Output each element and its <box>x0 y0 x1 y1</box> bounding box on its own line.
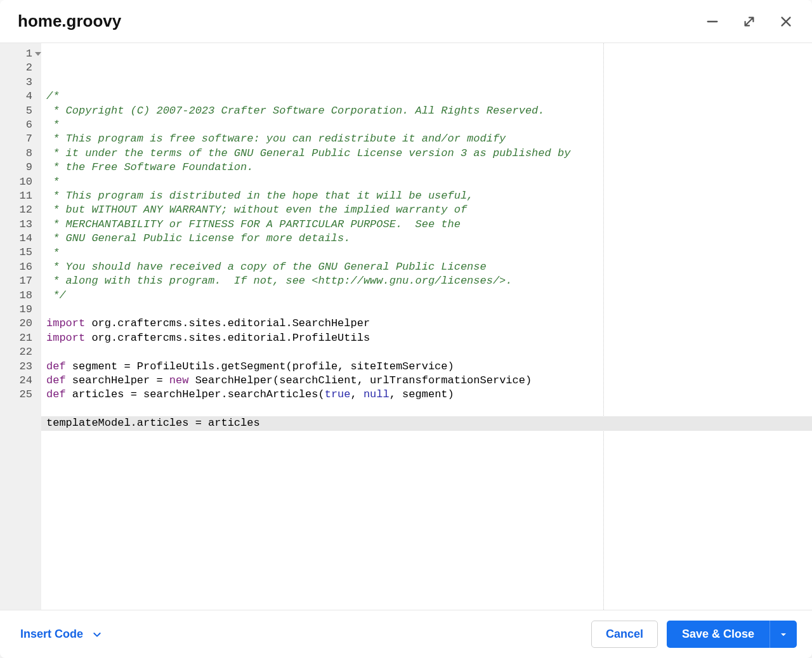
minimize-icon <box>705 15 719 29</box>
save-options-dropdown[interactable] <box>769 621 797 648</box>
line-number: 12 <box>0 203 41 217</box>
line-number: 1 <box>0 47 41 61</box>
close-icon <box>779 15 793 29</box>
code-editor-dialog: home.groovy 1234567891011121314151617181… <box>0 0 812 658</box>
code-line[interactable]: * This program is distributed in the hop… <box>41 189 812 203</box>
line-number: 21 <box>0 331 41 345</box>
code-line[interactable]: /* <box>41 89 812 103</box>
line-number: 17 <box>0 274 41 288</box>
code-line[interactable]: def searchHelper = new SearchHelper(sear… <box>41 374 812 388</box>
line-number: 23 <box>0 360 41 374</box>
close-button[interactable] <box>779 15 793 29</box>
line-number: 19 <box>0 303 41 317</box>
editor: 1234567891011121314151617181920212223242… <box>0 43 812 610</box>
line-number: 8 <box>0 147 41 161</box>
titlebar: home.groovy <box>0 0 812 43</box>
save-split-button: Save & Close <box>667 621 797 648</box>
insert-code-dropdown[interactable]: Insert Code <box>20 628 102 641</box>
code-line[interactable]: import org.craftercms.sites.editorial.Se… <box>41 317 812 331</box>
code-line[interactable]: */ <box>41 289 812 303</box>
code-line[interactable]: * MERCHANTABILITY or FITNESS FOR A PARTI… <box>41 218 812 232</box>
code-line[interactable]: * Copyright (C) 2007-2023 Crafter Softwa… <box>41 104 812 118</box>
code-line[interactable]: * along with this program. If not, see <… <box>41 274 812 288</box>
line-number: 16 <box>0 260 41 274</box>
code-line[interactable] <box>41 402 812 416</box>
expand-icon <box>742 15 756 29</box>
cancel-button[interactable]: Cancel <box>591 621 658 648</box>
chevron-down-icon <box>92 629 102 640</box>
code-line[interactable] <box>41 431 812 445</box>
file-title: home.groovy <box>18 11 121 31</box>
footer-actions: Cancel Save & Close <box>591 621 797 648</box>
code-line[interactable]: * <box>41 175 812 189</box>
code-line[interactable] <box>41 345 812 359</box>
code-line[interactable]: * it under the terms of the GNU General … <box>41 147 812 161</box>
line-number: 24 <box>0 374 41 388</box>
code-line[interactable]: * You should have received a copy of the… <box>41 260 812 274</box>
maximize-button[interactable] <box>742 15 756 29</box>
line-number: 13 <box>0 218 41 232</box>
code-line[interactable]: * This program is free software: you can… <box>41 132 812 146</box>
line-number: 10 <box>0 175 41 189</box>
window-controls <box>705 15 793 29</box>
insert-code-label: Insert Code <box>20 628 83 641</box>
line-number: 15 <box>0 246 41 260</box>
line-number: 11 <box>0 189 41 203</box>
line-number: 22 <box>0 345 41 359</box>
line-number: 4 <box>0 89 41 103</box>
code-line[interactable]: import org.craftercms.sites.editorial.Pr… <box>41 331 812 345</box>
code-line[interactable]: def segment = ProfileUtils.getSegment(pr… <box>41 360 812 374</box>
line-number: 7 <box>0 132 41 146</box>
code-line[interactable]: templateModel.articles = articles <box>41 416 812 430</box>
save-close-button[interactable]: Save & Close <box>667 621 769 648</box>
line-number: 6 <box>0 118 41 132</box>
line-number: 20 <box>0 317 41 331</box>
line-number: 3 <box>0 76 41 89</box>
code-line[interactable]: * the Free Software Foundation. <box>41 161 812 174</box>
code-line[interactable]: * <box>41 246 812 260</box>
line-number: 5 <box>0 104 41 118</box>
line-number: 25 <box>0 388 41 402</box>
caret-down-icon <box>779 630 788 639</box>
line-number: 14 <box>0 232 41 246</box>
code-line[interactable]: * but WITHOUT ANY WARRANTY; without even… <box>41 203 812 217</box>
code-line[interactable] <box>41 303 812 317</box>
code-line[interactable]: def articles = searchHelper.searchArticl… <box>41 388 812 402</box>
code-line[interactable]: * <box>41 118 812 132</box>
footer: Insert Code Cancel Save & Close <box>0 610 812 658</box>
line-number: 18 <box>0 289 41 303</box>
code-line[interactable]: * GNU General Public License for more de… <box>41 232 812 246</box>
line-gutter: 1234567891011121314151617181920212223242… <box>0 43 41 610</box>
line-number: 2 <box>0 61 41 75</box>
line-number: 9 <box>0 161 41 174</box>
code-area[interactable]: /* * Copyright (C) 2007-2023 Crafter Sof… <box>41 43 812 610</box>
minimize-button[interactable] <box>705 15 719 29</box>
